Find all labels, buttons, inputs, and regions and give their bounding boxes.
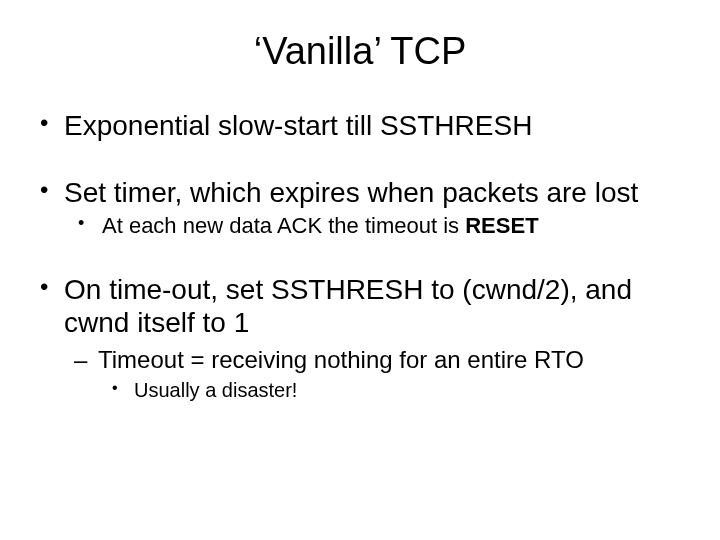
sub-bullet-bold: RESET	[465, 213, 538, 238]
sub-bullet-text: At each new data ACK the timeout is	[102, 213, 465, 238]
bullet-text: Exponential slow-start till SSTHRESH	[64, 110, 532, 141]
bullet-item-3: On time-out, set SSTHRESH to (cwnd/2), a…	[34, 273, 686, 402]
sub-bullet-item: At each new data ACK the timeout is RESE…	[64, 213, 686, 239]
sub-sub-bullet-text: Usually a disaster!	[134, 379, 297, 401]
bullet-item-2: Set timer, which expires when packets ar…	[34, 176, 686, 239]
bullet-item-1: Exponential slow-start till SSTHRESH	[34, 109, 686, 142]
sub-dash-text: Timeout = receiving nothing for an entir…	[98, 346, 584, 373]
bullet-list: Exponential slow-start till SSTHRESH Set…	[34, 109, 686, 402]
bullet-text: Set timer, which expires when packets ar…	[64, 177, 638, 208]
sub-dash-item: Timeout = receiving nothing for an entir…	[64, 346, 686, 403]
bullet-text: On time-out, set SSTHRESH to (cwnd/2), a…	[64, 274, 632, 338]
sub-sub-bullet-item: Usually a disaster!	[98, 378, 686, 402]
slide-title: ‘Vanilla’ TCP	[34, 30, 686, 73]
